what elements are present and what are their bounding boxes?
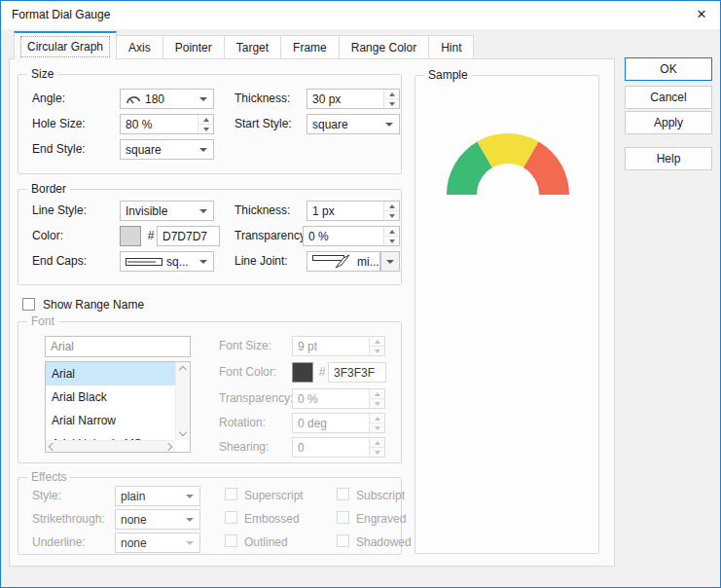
font-color-hex-input[interactable]: 3F3F3F <box>328 362 386 383</box>
tab-label: Circular Graph <box>20 36 110 57</box>
size-group: Size Angle: 180 Thickness: 30 px Hole Si… <box>18 74 402 174</box>
spin-up-button[interactable] <box>198 115 213 125</box>
angle-value: 180 <box>145 92 164 106</box>
show-range-name-label: Show Range Name <box>43 298 144 312</box>
spinner-buttons <box>369 389 384 408</box>
cancel-button[interactable]: Cancel <box>625 86 712 109</box>
spin-down-button[interactable] <box>370 448 384 457</box>
end-caps-dropdown[interactable]: sq... <box>120 251 214 272</box>
thickness-label: Thickness: <box>234 92 290 105</box>
spin-down-button[interactable] <box>384 211 399 220</box>
tab-frame[interactable]: Frame <box>280 35 340 59</box>
start-style-dropdown[interactable]: square <box>306 114 400 134</box>
line-joint-dropdown-button[interactable] <box>380 251 400 272</box>
hex-hash-sign: # <box>146 229 156 242</box>
font-color-swatch[interactable] <box>292 362 313 383</box>
style-label: Style: <box>32 489 61 502</box>
spin-up-button[interactable] <box>384 90 399 99</box>
angle-dropdown[interactable]: 180 <box>120 89 214 109</box>
font-size-spinner[interactable]: 9 pt <box>292 336 385 356</box>
underline-dropdown[interactable]: none <box>115 533 200 553</box>
scroll-right-icon[interactable] <box>164 443 172 451</box>
spin-up-button[interactable] <box>384 202 399 211</box>
apply-button[interactable]: Apply <box>625 111 712 134</box>
shearing-label: Shearing: <box>219 440 269 454</box>
font-transparency-label: Transparency: <box>219 391 293 405</box>
effects-group: Effects Style: plain Strikethrough: none… <box>18 477 402 555</box>
spin-down-button[interactable] <box>370 347 384 355</box>
font-list-item[interactable]: Arial <box>46 362 190 386</box>
spin-down-button[interactable] <box>370 423 384 432</box>
line-joint-value: mi... <box>357 255 379 269</box>
spin-down-button[interactable] <box>370 399 384 408</box>
tab-circular-graph[interactable]: Circular Graph <box>14 31 117 59</box>
horizontal-scrollbar[interactable] <box>46 440 175 452</box>
end-style-dropdown[interactable]: square <box>120 139 214 160</box>
font-family-list[interactable]: Arial Arial Black Arial Narrow Arial Uni… <box>45 361 191 453</box>
embossed-checkbox[interactable] <box>225 511 237 524</box>
ok-button[interactable]: OK <box>625 57 712 81</box>
outlined-checkbox[interactable] <box>225 534 237 547</box>
rotation-spinner[interactable]: 0 deg <box>292 413 385 433</box>
strikethrough-dropdown[interactable]: none <box>115 509 200 530</box>
thickness-spinner[interactable]: 30 px <box>306 89 400 109</box>
vertical-scrollbar[interactable] <box>175 362 190 440</box>
superscript-checkbox[interactable] <box>225 488 237 500</box>
show-range-name-checkbox[interactable] <box>22 298 35 311</box>
start-style-label: Start Style: <box>234 117 292 130</box>
font-list-item[interactable]: Arial Narrow <box>46 409 190 432</box>
engraved-checkbox[interactable] <box>337 511 349 524</box>
embossed-label: Embossed <box>244 512 300 526</box>
tab-pointer[interactable]: Pointer <box>162 35 225 59</box>
tab-hint[interactable]: Hint <box>428 35 474 59</box>
line-joint-dropdown[interactable]: mi... <box>306 251 380 272</box>
dial-gauge-sample <box>447 133 569 196</box>
spin-up-button[interactable] <box>370 438 384 448</box>
border-color-swatch[interactable] <box>120 226 141 246</box>
font-color-hex-value: 3F3F3F <box>334 366 375 380</box>
end-caps-label: End Caps: <box>32 254 87 268</box>
shearing-spinner[interactable]: 0 <box>292 437 385 458</box>
font-transparency-spinner[interactable]: 0 % <box>292 388 385 409</box>
spin-down-button[interactable] <box>384 99 399 108</box>
tab-label: Target <box>236 41 269 55</box>
underline-label: Underline: <box>32 535 86 549</box>
font-list-item[interactable]: Arial Black <box>46 386 190 409</box>
spin-up-button[interactable] <box>370 389 384 399</box>
chevron-down-icon <box>385 123 393 127</box>
spin-up-button[interactable] <box>370 414 384 423</box>
close-icon[interactable]: ✕ <box>693 6 710 23</box>
end-caps-value: sq... <box>166 255 189 269</box>
scroll-up-icon[interactable] <box>179 366 187 374</box>
title-bar: Format Dial Gauge ✕ <box>1 1 720 29</box>
start-style-value: square <box>312 118 348 131</box>
font-color-label: Font Color: <box>219 365 276 379</box>
border-transparency-spinner[interactable]: 0 % <box>303 226 400 246</box>
border-thickness-spinner[interactable]: 1 px <box>306 201 400 221</box>
angle-label: Angle: <box>32 92 65 105</box>
tab-axis[interactable]: Axis <box>116 35 163 59</box>
scroll-left-icon[interactable] <box>49 443 56 451</box>
border-transparency-label: Transparency: <box>234 229 308 242</box>
spin-down-button[interactable] <box>384 237 399 245</box>
spinner-buttons <box>383 227 399 245</box>
spin-up-button[interactable] <box>370 337 384 347</box>
tab-target[interactable]: Target <box>224 35 281 59</box>
border-color-hex-input[interactable]: D7D7D7 <box>157 226 220 246</box>
line-style-value: Invisible <box>126 204 167 218</box>
spinner-buttons <box>369 414 384 432</box>
hole-size-spinner[interactable]: 80 % <box>120 114 214 134</box>
subscript-checkbox[interactable] <box>337 488 349 500</box>
scroll-down-icon[interactable] <box>179 428 187 436</box>
help-button[interactable]: Help <box>625 147 712 170</box>
font-family-input[interactable]: Arial <box>45 336 191 357</box>
spin-down-button[interactable] <box>198 125 213 133</box>
end-cap-line-icon <box>126 257 162 267</box>
line-style-dropdown[interactable]: Invisible <box>120 201 214 221</box>
style-dropdown[interactable]: plain <box>115 486 200 506</box>
tab-range-color[interactable]: Range Color <box>339 35 429 59</box>
shadowed-checkbox[interactable] <box>337 534 349 547</box>
strikethrough-value: none <box>121 513 147 527</box>
spin-up-button[interactable] <box>384 227 399 237</box>
spinner-buttons <box>369 438 384 457</box>
